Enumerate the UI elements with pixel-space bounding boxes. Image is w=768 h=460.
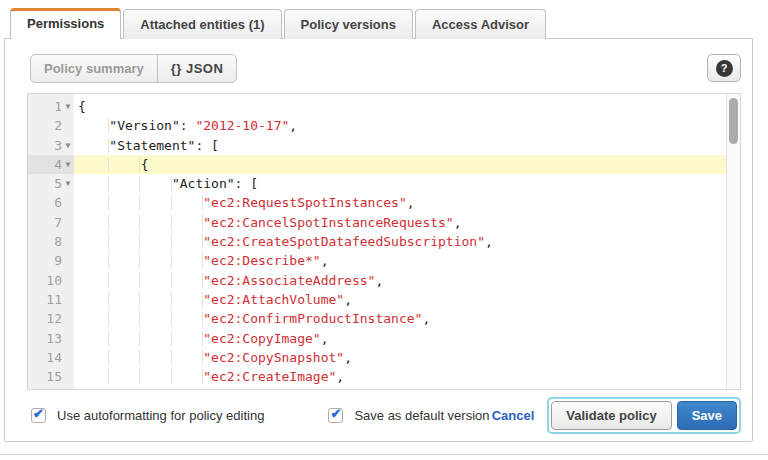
validate-policy-button[interactable]: Validate policy <box>551 401 671 430</box>
code-line[interactable]: "ec2:CreateSpotDatafeedSubscription", <box>74 232 740 251</box>
line-number-cell: 1▼ <box>28 97 74 116</box>
action-buttons-focus-group: Validate policy Save <box>547 397 741 434</box>
editor-line[interactable]: 2▼ "Version": "2012-10-17", <box>28 116 740 135</box>
line-number-cell: 14▼ <box>28 348 74 367</box>
line-number-cell: 13▼ <box>28 329 74 348</box>
code-line[interactable]: "Action": [ <box>74 174 740 193</box>
line-number: 3 <box>54 136 62 155</box>
tab-bar: PermissionsAttached entities (1)Policy v… <box>0 0 768 38</box>
line-number-cell: 8▼ <box>28 232 74 251</box>
autoformat-checkbox[interactable] <box>31 408 46 423</box>
editor-footer: Use autoformatting for policy editing Sa… <box>27 390 741 441</box>
line-number: 6 <box>54 193 62 212</box>
fold-arrow-icon[interactable]: ▼ <box>62 97 74 116</box>
tab-permissions[interactable]: Permissions <box>10 8 121 39</box>
editor-line[interactable]: 15▼ "ec2:CreateImage", <box>28 367 740 386</box>
help-icon: ? <box>716 60 733 77</box>
json-policy-editor[interactable]: 1▼{2▼ "Version": "2012-10-17",3▼ "Statem… <box>27 93 741 390</box>
line-number-cell: 3▼ <box>28 136 74 155</box>
code-line[interactable]: "ec2:CopySnapshot", <box>74 348 740 367</box>
save-default-version-checkbox[interactable] <box>328 408 343 423</box>
code-line[interactable]: "ec2:CopyImage", <box>74 329 740 348</box>
line-number: 5 <box>54 174 62 193</box>
iam-policy-editor-page: PermissionsAttached entities (1)Policy v… <box>0 0 768 460</box>
editor-toolbar: Policy summary {} JSON ? <box>27 54 741 82</box>
autoformat-label: Use autoformatting for policy editing <box>57 408 264 423</box>
editor-rows: 1▼{2▼ "Version": "2012-10-17",3▼ "Statem… <box>28 94 740 389</box>
line-number-cell: 15▼ <box>28 367 74 386</box>
line-number-cell: 6▼ <box>28 193 74 212</box>
editor-line[interactable]: 5▼ "Action": [ <box>28 174 740 193</box>
line-number: 10 <box>46 271 62 290</box>
editor-line[interactable]: 4▼ { <box>28 155 740 174</box>
scrollbar-thumb[interactable] <box>729 98 738 144</box>
help-button[interactable]: ? <box>707 54 741 82</box>
tab-attached-entities-1[interactable]: Attached entities (1) <box>123 9 281 39</box>
page-divider <box>0 454 768 455</box>
fold-arrow-icon[interactable]: ▼ <box>62 174 74 193</box>
code-line[interactable]: "ec2:ConfirmProductInstance", <box>74 309 740 328</box>
line-number-cell: 2▼ <box>28 116 74 135</box>
tab-access-advisor[interactable]: Access Advisor <box>415 9 546 39</box>
tab-policy-versions[interactable]: Policy versions <box>284 9 413 39</box>
editor-line[interactable]: 8▼ "ec2:CreateSpotDatafeedSubscription", <box>28 232 740 251</box>
json-view-button[interactable]: {} JSON <box>157 55 237 82</box>
code-line[interactable]: { <box>74 155 740 174</box>
cancel-link[interactable]: Cancel <box>492 408 535 423</box>
view-switcher: Policy summary {} JSON <box>30 54 237 83</box>
editor-line[interactable]: 9▼ "ec2:Describe*", <box>28 251 740 270</box>
code-line[interactable]: "ec2:CreateImage", <box>74 367 740 386</box>
line-number-cell: 4▼ <box>28 155 74 174</box>
policy-panel: Policy summary {} JSON ? 1▼{2▼ "Version"… <box>4 38 753 442</box>
code-line[interactable]: "ec2:AttachVolume", <box>74 290 740 309</box>
code-line[interactable]: "Statement": [ <box>74 136 740 155</box>
line-number: 4 <box>54 155 62 174</box>
code-line[interactable]: "Version": "2012-10-17", <box>74 116 740 135</box>
line-number: 9 <box>54 251 62 270</box>
editor-line[interactable]: 7▼ "ec2:CancelSpotInstanceRequests", <box>28 213 740 232</box>
line-number: 13 <box>46 329 62 348</box>
editor-line[interactable]: 13▼ "ec2:CopyImage", <box>28 329 740 348</box>
line-number: 7 <box>54 213 62 232</box>
line-number: 2 <box>54 116 62 135</box>
editor-line[interactable]: 14▼ "ec2:CopySnapshot", <box>28 348 740 367</box>
policy-summary-button[interactable]: Policy summary <box>31 55 157 82</box>
save-button[interactable]: Save <box>677 401 737 430</box>
line-number: 15 <box>46 367 62 386</box>
editor-line[interactable]: 11▼ "ec2:AttachVolume", <box>28 290 740 309</box>
line-number: 8 <box>54 232 62 251</box>
fold-arrow-icon[interactable]: ▼ <box>62 155 74 174</box>
line-number-cell: 12▼ <box>28 309 74 328</box>
line-number-cell: 7▼ <box>28 213 74 232</box>
line-number-cell: 11▼ <box>28 290 74 309</box>
editor-scrollbar[interactable] <box>726 94 740 389</box>
editor-line[interactable]: 3▼ "Statement": [ <box>28 136 740 155</box>
line-number: 11 <box>46 290 62 309</box>
code-line[interactable]: { <box>74 97 740 116</box>
line-number: 12 <box>46 309 62 328</box>
line-number-cell: 5▼ <box>28 174 74 193</box>
editor-line[interactable]: 6▼ "ec2:RequestSpotInstances", <box>28 193 740 212</box>
save-default-version-label: Save as default version <box>354 408 489 423</box>
code-line[interactable]: "ec2:AssociateAddress", <box>74 271 740 290</box>
code-line[interactable]: "ec2:Describe*", <box>74 251 740 270</box>
editor-line[interactable]: 12▼ "ec2:ConfirmProductInstance", <box>28 309 740 328</box>
code-line[interactable]: "ec2:RequestSpotInstances", <box>74 193 740 212</box>
editor-line[interactable]: 1▼{ <box>28 97 740 116</box>
editor-line[interactable]: 10▼ "ec2:AssociateAddress", <box>28 271 740 290</box>
line-number-cell: 10▼ <box>28 271 74 290</box>
line-number: 14 <box>46 348 62 367</box>
line-number-cell: 9▼ <box>28 251 74 270</box>
line-number: 1 <box>54 97 62 116</box>
fold-arrow-icon[interactable]: ▼ <box>62 136 74 155</box>
code-line[interactable]: "ec2:CancelSpotInstanceRequests", <box>74 213 740 232</box>
